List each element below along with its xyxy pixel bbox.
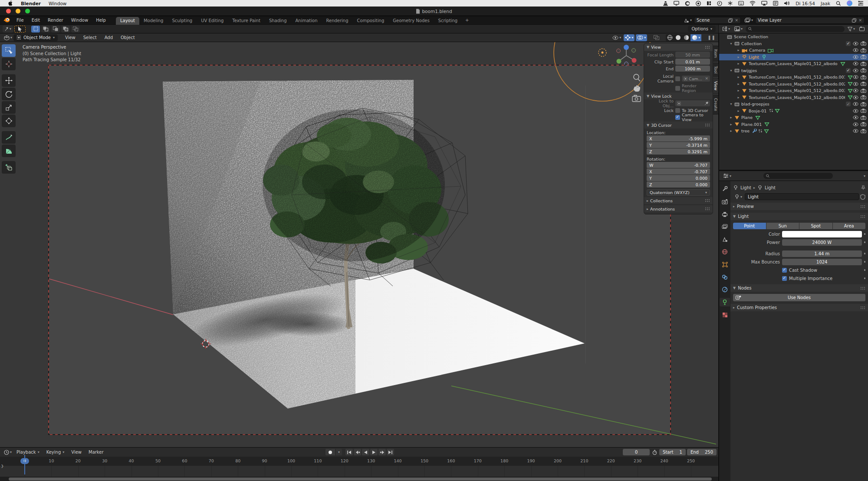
expand-arrow-icon[interactable]: ▾ <box>729 69 733 72</box>
animate-dot[interactable] <box>864 233 866 235</box>
auto-keying-button[interactable] <box>326 449 335 455</box>
outliner-item-label[interactable]: tree <box>741 128 750 133</box>
outliner-item-label[interactable]: Collection <box>741 41 762 46</box>
tool-annotate-button[interactable] <box>2 131 16 144</box>
region-divider-icon[interactable]: ❚❚ <box>707 35 716 40</box>
hide-viewport-eye-icon[interactable] <box>853 129 858 133</box>
collection-exclude-checkbox[interactable]: ✓ <box>846 41 851 46</box>
menu-file[interactable]: File <box>13 18 28 23</box>
jump-next-keyframe-button[interactable] <box>378 449 386 455</box>
window-manager-icon[interactable] <box>707 1 711 6</box>
hide-viewport-eye-icon[interactable] <box>853 122 858 126</box>
timeline-ruler[interactable]: 0 10203040506070809010011012013014015016… <box>0 457 718 466</box>
select-mode-subtract[interactable] <box>51 26 60 33</box>
timeline-tracks[interactable] <box>0 466 718 477</box>
animate-dot[interactable] <box>864 241 866 243</box>
workspace-tab-modeling[interactable]: Modeling <box>139 17 168 25</box>
jump-prev-keyframe-button[interactable] <box>354 449 361 455</box>
multiple-importance-checkbox[interactable] <box>782 276 787 281</box>
outliner-row[interactable]: ▸Bosje-01 <box>719 108 868 115</box>
lock-to-object-field[interactable] <box>675 100 710 106</box>
view-layer-browse-button[interactable]: ▾ <box>743 17 754 23</box>
workspace-tab-texture-paint[interactable]: Texture Paint <box>228 17 265 25</box>
expand-arrow-icon[interactable]: ▾ <box>729 102 733 106</box>
tool-scale-button[interactable] <box>2 101 16 114</box>
viewport[interactable]: Camera Perspective (0) Scene Collection … <box>0 42 718 447</box>
workspace-tab-scripting[interactable]: Scripting <box>434 17 462 25</box>
spotlight-icon[interactable] <box>836 1 841 6</box>
disable-render-camera-icon[interactable] <box>861 68 866 72</box>
outliner-filter-button[interactable]: ▾ <box>846 26 856 32</box>
playhead-line[interactable] <box>24 455 25 474</box>
siri-icon[interactable] <box>847 0 852 6</box>
hide-viewport-eye-icon[interactable] <box>853 42 858 46</box>
animate-dot[interactable] <box>864 277 866 279</box>
expand-arrow-icon[interactable]: ▸ <box>729 115 733 119</box>
browse-light-data-button[interactable]: ▾ <box>733 194 743 200</box>
disable-render-camera-icon[interactable] <box>861 109 866 113</box>
cursor-rx-slider[interactable]: X-0.707 <box>647 168 710 175</box>
tool-measure-button[interactable] <box>2 145 16 157</box>
properties-tab-output[interactable] <box>720 210 730 218</box>
select-mode-invert[interactable] <box>61 26 70 33</box>
hide-viewport-eye-icon[interactable] <box>853 75 858 79</box>
properties-tab-texture[interactable] <box>720 310 730 319</box>
outliner-item-label[interactable]: Plane <box>741 115 753 120</box>
animate-dot[interactable] <box>864 253 866 254</box>
use-nodes-button[interactable]: Use Nodes <box>733 294 865 301</box>
workspace-tab-shading[interactable]: Shading <box>265 17 291 25</box>
outliner-row[interactable]: ▸TexturesCom_Leaves_Maple01_512_albedo <box>719 60 868 67</box>
cursor-y-slider[interactable]: Y-0.3714 m <box>647 142 710 148</box>
panel-grip-icon[interactable] <box>860 215 865 218</box>
panel-grip-icon[interactable] <box>705 199 710 202</box>
collection-exclude-checkbox[interactable]: ✓ <box>846 68 851 73</box>
breadcrumb-object[interactable]: Light <box>740 185 751 190</box>
outliner-row[interactable]: Scene Collection <box>719 33 868 40</box>
show-gizmo-button[interactable]: ▾ <box>624 34 635 41</box>
play-button[interactable] <box>370 449 378 455</box>
outliner-row[interactable]: ▾blad-groepjes✓ <box>719 101 868 108</box>
notification-center-icon[interactable] <box>858 1 864 6</box>
window-title-bar[interactable]: boom1.blend <box>0 7 868 16</box>
menu-edit[interactable]: Edit <box>28 18 44 23</box>
menu-window[interactable]: Window <box>67 18 92 23</box>
shading-solid-button[interactable] <box>674 34 682 41</box>
viewport-menu-view[interactable]: View <box>61 35 79 40</box>
outliner-item-label[interactable]: TexturesCom_Leaves_Maple01_512_albedo <box>749 61 838 66</box>
color-swatch[interactable] <box>782 231 862 237</box>
active-tool-icon[interactable] <box>14 26 26 33</box>
outliner-editor-type-button[interactable]: ▾ <box>721 26 731 32</box>
animate-dot[interactable] <box>864 269 866 271</box>
n-panel-tab-view[interactable]: View <box>713 78 719 94</box>
camera-to-view-checkbox[interactable] <box>675 115 680 120</box>
expand-arrow-icon[interactable]: ▸ <box>729 122 733 126</box>
scene-browse-button[interactable]: ▾ <box>682 17 693 23</box>
properties-editor-type-button[interactable]: ▾ <box>722 173 733 179</box>
new-scene-icon[interactable] <box>728 18 733 23</box>
outliner-row[interactable]: ▸TexturesCom_Leaves_Maple01_512_albedo.0… <box>719 74 868 81</box>
expand-arrow-icon[interactable]: ▸ <box>729 129 733 133</box>
preview-section-header[interactable]: ▸Preview <box>730 203 868 210</box>
outliner-item-label[interactable]: Camera <box>749 48 765 53</box>
properties-tab-tool[interactable] <box>720 184 730 193</box>
workspace-tab-sculpting[interactable]: Sculpting <box>168 17 197 25</box>
show-overlays-button[interactable]: ▾ <box>636 34 647 41</box>
disable-render-camera-icon[interactable] <box>861 55 866 59</box>
hide-viewport-eye-icon[interactable] <box>853 109 858 113</box>
volume-icon[interactable] <box>784 1 790 6</box>
toggle-xray-button[interactable] <box>652 34 661 41</box>
collection-exclude-checkbox[interactable]: ✓ <box>846 102 851 106</box>
disable-render-camera-icon[interactable] <box>861 48 866 53</box>
viewport-editor-type-button[interactable]: ▾ <box>3 35 13 41</box>
zoom-window-button[interactable] <box>25 9 30 13</box>
timeline-scrollbar[interactable] <box>9 478 712 481</box>
light-name-field[interactable]: Light <box>745 193 859 200</box>
expand-arrow-icon[interactable]: ▸ <box>736 55 740 59</box>
expand-arrow-icon[interactable]: ▸ <box>736 82 740 86</box>
unlink-scene-button[interactable]: ✕ <box>735 18 738 23</box>
nodes-section-header[interactable]: ▼Nodes <box>730 284 868 292</box>
outliner-item-label[interactable]: Scene Collection <box>734 34 768 39</box>
timeline-menu-marker[interactable]: Marker <box>85 450 107 455</box>
disable-render-camera-icon[interactable] <box>861 41 866 46</box>
input-source-icon[interactable] <box>773 1 778 6</box>
